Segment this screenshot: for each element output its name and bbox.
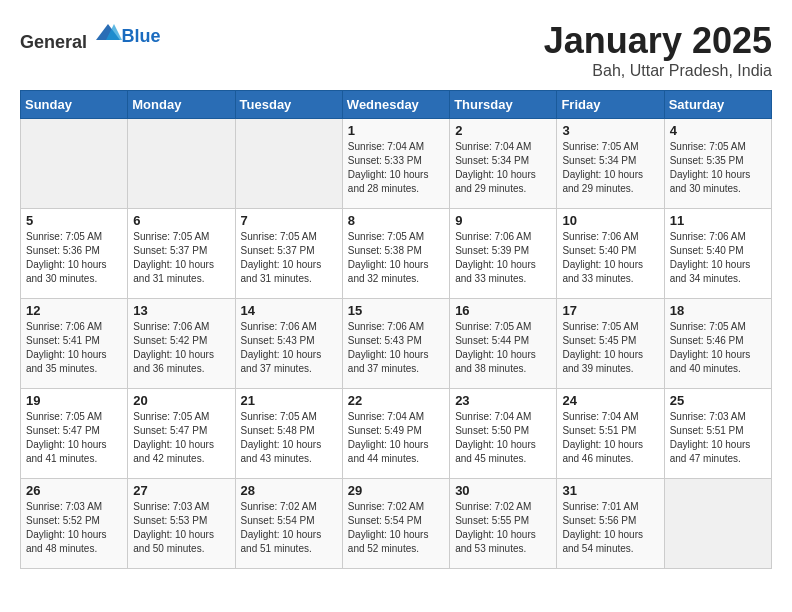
day-info: Sunrise: 7:06 AM Sunset: 5:43 PM Dayligh… bbox=[348, 320, 444, 376]
calendar-day-cell: 23Sunrise: 7:04 AM Sunset: 5:50 PM Dayli… bbox=[450, 389, 557, 479]
day-number: 1 bbox=[348, 123, 444, 138]
calendar-day-cell bbox=[664, 479, 771, 569]
logo-general: General bbox=[20, 32, 87, 52]
calendar-day-cell: 28Sunrise: 7:02 AM Sunset: 5:54 PM Dayli… bbox=[235, 479, 342, 569]
day-number: 19 bbox=[26, 393, 122, 408]
calendar-day-cell: 5Sunrise: 7:05 AM Sunset: 5:36 PM Daylig… bbox=[21, 209, 128, 299]
calendar-body: 1Sunrise: 7:04 AM Sunset: 5:33 PM Daylig… bbox=[21, 119, 772, 569]
day-number: 22 bbox=[348, 393, 444, 408]
weekday-header-cell: Friday bbox=[557, 91, 664, 119]
calendar-day-cell: 22Sunrise: 7:04 AM Sunset: 5:49 PM Dayli… bbox=[342, 389, 449, 479]
calendar-day-cell: 25Sunrise: 7:03 AM Sunset: 5:51 PM Dayli… bbox=[664, 389, 771, 479]
day-info: Sunrise: 7:04 AM Sunset: 5:49 PM Dayligh… bbox=[348, 410, 444, 466]
calendar-day-cell: 12Sunrise: 7:06 AM Sunset: 5:41 PM Dayli… bbox=[21, 299, 128, 389]
calendar-day-cell: 24Sunrise: 7:04 AM Sunset: 5:51 PM Dayli… bbox=[557, 389, 664, 479]
day-info: Sunrise: 7:05 AM Sunset: 5:37 PM Dayligh… bbox=[133, 230, 229, 286]
day-info: Sunrise: 7:03 AM Sunset: 5:52 PM Dayligh… bbox=[26, 500, 122, 556]
day-number: 31 bbox=[562, 483, 658, 498]
day-info: Sunrise: 7:06 AM Sunset: 5:40 PM Dayligh… bbox=[670, 230, 766, 286]
calendar-day-cell: 10Sunrise: 7:06 AM Sunset: 5:40 PM Dayli… bbox=[557, 209, 664, 299]
calendar-day-cell: 14Sunrise: 7:06 AM Sunset: 5:43 PM Dayli… bbox=[235, 299, 342, 389]
weekday-header-cell: Thursday bbox=[450, 91, 557, 119]
day-info: Sunrise: 7:03 AM Sunset: 5:53 PM Dayligh… bbox=[133, 500, 229, 556]
calendar-day-cell: 6Sunrise: 7:05 AM Sunset: 5:37 PM Daylig… bbox=[128, 209, 235, 299]
day-number: 5 bbox=[26, 213, 122, 228]
day-number: 9 bbox=[455, 213, 551, 228]
day-number: 18 bbox=[670, 303, 766, 318]
day-info: Sunrise: 7:06 AM Sunset: 5:42 PM Dayligh… bbox=[133, 320, 229, 376]
weekday-header-row: SundayMondayTuesdayWednesdayThursdayFrid… bbox=[21, 91, 772, 119]
day-info: Sunrise: 7:05 AM Sunset: 5:38 PM Dayligh… bbox=[348, 230, 444, 286]
calendar-day-cell: 8Sunrise: 7:05 AM Sunset: 5:38 PM Daylig… bbox=[342, 209, 449, 299]
calendar-day-cell bbox=[21, 119, 128, 209]
day-info: Sunrise: 7:04 AM Sunset: 5:34 PM Dayligh… bbox=[455, 140, 551, 196]
calendar-day-cell: 1Sunrise: 7:04 AM Sunset: 5:33 PM Daylig… bbox=[342, 119, 449, 209]
day-info: Sunrise: 7:02 AM Sunset: 5:54 PM Dayligh… bbox=[348, 500, 444, 556]
day-number: 25 bbox=[670, 393, 766, 408]
day-info: Sunrise: 7:05 AM Sunset: 5:35 PM Dayligh… bbox=[670, 140, 766, 196]
weekday-header-cell: Wednesday bbox=[342, 91, 449, 119]
calendar-week-row: 19Sunrise: 7:05 AM Sunset: 5:47 PM Dayli… bbox=[21, 389, 772, 479]
calendar-table: SundayMondayTuesdayWednesdayThursdayFrid… bbox=[20, 90, 772, 569]
calendar-week-row: 5Sunrise: 7:05 AM Sunset: 5:36 PM Daylig… bbox=[21, 209, 772, 299]
day-info: Sunrise: 7:06 AM Sunset: 5:40 PM Dayligh… bbox=[562, 230, 658, 286]
day-number: 30 bbox=[455, 483, 551, 498]
day-number: 11 bbox=[670, 213, 766, 228]
day-number: 20 bbox=[133, 393, 229, 408]
day-number: 10 bbox=[562, 213, 658, 228]
calendar-day-cell: 13Sunrise: 7:06 AM Sunset: 5:42 PM Dayli… bbox=[128, 299, 235, 389]
calendar-day-cell: 7Sunrise: 7:05 AM Sunset: 5:37 PM Daylig… bbox=[235, 209, 342, 299]
logo-icon bbox=[94, 20, 122, 48]
day-number: 28 bbox=[241, 483, 337, 498]
calendar-day-cell: 3Sunrise: 7:05 AM Sunset: 5:34 PM Daylig… bbox=[557, 119, 664, 209]
day-number: 21 bbox=[241, 393, 337, 408]
logo-blue: Blue bbox=[122, 26, 161, 46]
weekday-header-cell: Sunday bbox=[21, 91, 128, 119]
day-info: Sunrise: 7:04 AM Sunset: 5:33 PM Dayligh… bbox=[348, 140, 444, 196]
calendar-day-cell: 26Sunrise: 7:03 AM Sunset: 5:52 PM Dayli… bbox=[21, 479, 128, 569]
day-number: 17 bbox=[562, 303, 658, 318]
calendar-day-cell bbox=[128, 119, 235, 209]
day-info: Sunrise: 7:06 AM Sunset: 5:43 PM Dayligh… bbox=[241, 320, 337, 376]
calendar-day-cell: 21Sunrise: 7:05 AM Sunset: 5:48 PM Dayli… bbox=[235, 389, 342, 479]
month-title: January 2025 bbox=[544, 20, 772, 62]
logo: General Blue bbox=[20, 20, 161, 53]
weekday-header-cell: Tuesday bbox=[235, 91, 342, 119]
day-info: Sunrise: 7:01 AM Sunset: 5:56 PM Dayligh… bbox=[562, 500, 658, 556]
day-number: 13 bbox=[133, 303, 229, 318]
day-number: 8 bbox=[348, 213, 444, 228]
location-title: Bah, Uttar Pradesh, India bbox=[544, 62, 772, 80]
calendar-day-cell: 27Sunrise: 7:03 AM Sunset: 5:53 PM Dayli… bbox=[128, 479, 235, 569]
title-area: January 2025 Bah, Uttar Pradesh, India bbox=[544, 20, 772, 80]
calendar-day-cell: 19Sunrise: 7:05 AM Sunset: 5:47 PM Dayli… bbox=[21, 389, 128, 479]
weekday-header-cell: Saturday bbox=[664, 91, 771, 119]
weekday-header-cell: Monday bbox=[128, 91, 235, 119]
day-info: Sunrise: 7:03 AM Sunset: 5:51 PM Dayligh… bbox=[670, 410, 766, 466]
day-number: 3 bbox=[562, 123, 658, 138]
day-number: 26 bbox=[26, 483, 122, 498]
calendar-day-cell: 20Sunrise: 7:05 AM Sunset: 5:47 PM Dayli… bbox=[128, 389, 235, 479]
calendar-day-cell: 2Sunrise: 7:04 AM Sunset: 5:34 PM Daylig… bbox=[450, 119, 557, 209]
day-number: 24 bbox=[562, 393, 658, 408]
day-number: 27 bbox=[133, 483, 229, 498]
day-info: Sunrise: 7:05 AM Sunset: 5:34 PM Dayligh… bbox=[562, 140, 658, 196]
day-info: Sunrise: 7:05 AM Sunset: 5:46 PM Dayligh… bbox=[670, 320, 766, 376]
calendar-week-row: 26Sunrise: 7:03 AM Sunset: 5:52 PM Dayli… bbox=[21, 479, 772, 569]
calendar-day-cell bbox=[235, 119, 342, 209]
day-info: Sunrise: 7:05 AM Sunset: 5:44 PM Dayligh… bbox=[455, 320, 551, 376]
day-info: Sunrise: 7:05 AM Sunset: 5:45 PM Dayligh… bbox=[562, 320, 658, 376]
day-number: 29 bbox=[348, 483, 444, 498]
day-number: 16 bbox=[455, 303, 551, 318]
day-number: 12 bbox=[26, 303, 122, 318]
calendar-day-cell: 17Sunrise: 7:05 AM Sunset: 5:45 PM Dayli… bbox=[557, 299, 664, 389]
day-number: 14 bbox=[241, 303, 337, 318]
day-info: Sunrise: 7:02 AM Sunset: 5:55 PM Dayligh… bbox=[455, 500, 551, 556]
calendar-day-cell: 29Sunrise: 7:02 AM Sunset: 5:54 PM Dayli… bbox=[342, 479, 449, 569]
day-info: Sunrise: 7:06 AM Sunset: 5:41 PM Dayligh… bbox=[26, 320, 122, 376]
day-number: 2 bbox=[455, 123, 551, 138]
day-info: Sunrise: 7:06 AM Sunset: 5:39 PM Dayligh… bbox=[455, 230, 551, 286]
calendar-week-row: 12Sunrise: 7:06 AM Sunset: 5:41 PM Dayli… bbox=[21, 299, 772, 389]
day-info: Sunrise: 7:05 AM Sunset: 5:48 PM Dayligh… bbox=[241, 410, 337, 466]
day-number: 4 bbox=[670, 123, 766, 138]
day-info: Sunrise: 7:05 AM Sunset: 5:37 PM Dayligh… bbox=[241, 230, 337, 286]
